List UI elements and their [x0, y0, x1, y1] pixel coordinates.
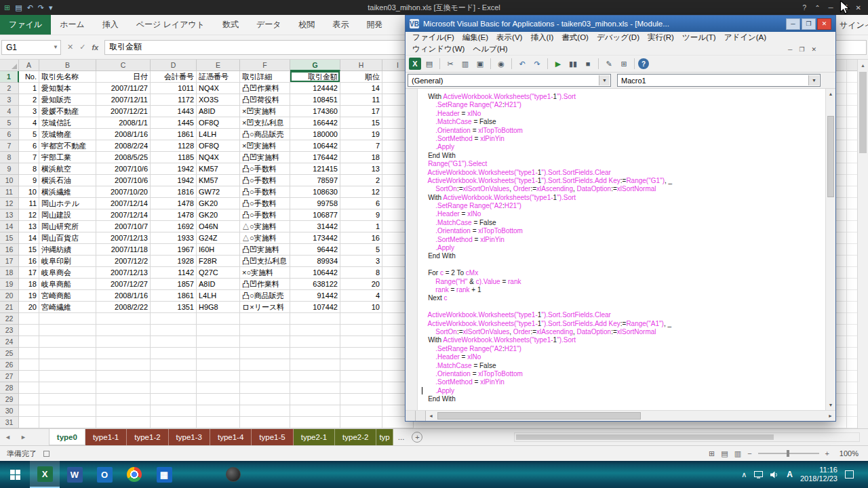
cell-F16[interactable]: 凸凹実施料	[240, 244, 290, 256]
cell-F20[interactable]: 凸○商品販売	[240, 290, 290, 302]
cell-D3[interactable]: 1172	[151, 94, 197, 106]
row-header-22[interactable]: 22	[0, 313, 19, 325]
row-header-12[interactable]: 12	[0, 198, 19, 209]
cell-H15[interactable]: 16	[340, 232, 382, 244]
taskbar-word-icon[interactable]: W	[60, 461, 90, 488]
vertical-scroll-thumb[interactable]	[859, 72, 867, 153]
cell-G21[interactable]: 107442	[290, 302, 340, 313]
row-header-15[interactable]: 15	[0, 232, 19, 244]
row-header-4[interactable]: 4	[0, 106, 19, 117]
cell-C4[interactable]: 2007/12/21	[96, 106, 151, 117]
cell-D25[interactable]	[151, 348, 197, 359]
row-header-5[interactable]: 5	[0, 117, 19, 129]
cell-G7[interactable]: 106442	[290, 140, 340, 152]
row-header-10[interactable]: 10	[0, 175, 19, 186]
cell-A7[interactable]: 6	[19, 140, 39, 152]
vbe-menu-item[interactable]: ツール(T)	[678, 33, 720, 43]
cell-H6[interactable]: 19	[340, 129, 382, 140]
cell-D28[interactable]	[151, 382, 197, 394]
cell-C10[interactable]: 2007/10/6	[96, 175, 151, 186]
cell-F27[interactable]	[240, 371, 290, 382]
vbe-menu-item[interactable]: ウィンドウ(W)	[408, 44, 469, 54]
row-header-3[interactable]: 3	[0, 94, 19, 106]
combo-dropdown-icon[interactable]: ▼	[808, 75, 819, 85]
cell-G26[interactable]	[290, 359, 340, 371]
code-window[interactable]: With ActiveWorkbook.Worksheets("type1-1"…	[406, 89, 835, 410]
cell-H26[interactable]	[340, 359, 382, 371]
cell-A12[interactable]: 11	[19, 198, 39, 209]
taskbar-browser-icon[interactable]	[218, 461, 248, 488]
row-header-6[interactable]: 6	[0, 129, 19, 140]
cell-G20[interactable]: 91442	[290, 290, 340, 302]
cell-B13[interactable]: 岡山建設	[39, 209, 96, 221]
sign-in-label[interactable]: サインイン	[840, 15, 868, 35]
cancel-entry-icon[interactable]: ✕	[67, 43, 73, 52]
module-minimize-icon[interactable]: ─	[788, 46, 792, 53]
cell-B2[interactable]: 愛知製本	[39, 83, 96, 94]
split-box[interactable]	[416, 411, 426, 421]
vbe-horizontal-scroll-thumb[interactable]	[437, 412, 641, 420]
cell-B29[interactable]	[39, 394, 96, 405]
combo-dropdown-icon[interactable]: ▼	[599, 75, 610, 85]
vertical-scrollbar[interactable]: ▲	[857, 60, 868, 428]
scroll-down-icon[interactable]: ▼	[826, 400, 835, 410]
sheet-tab-type1-5[interactable]: type1-5	[252, 429, 293, 445]
cell-E6[interactable]: L4LH	[197, 129, 240, 140]
cell-C12[interactable]: 2007/12/14	[96, 198, 151, 209]
cell-H7[interactable]: 7	[340, 140, 382, 152]
save-icon[interactable]: ▤	[422, 57, 436, 70]
row-header-26[interactable]: 26	[0, 359, 19, 371]
cell-C7[interactable]: 2008/2/24	[96, 140, 151, 152]
row-header-8[interactable]: 8	[0, 152, 19, 163]
cell-B3[interactable]: 愛知販売	[39, 94, 96, 106]
cell-H20[interactable]: 4	[340, 290, 382, 302]
cell-A18[interactable]: 17	[19, 267, 39, 279]
cell-B10[interactable]: 横浜石油	[39, 175, 96, 186]
cell-H28[interactable]	[340, 382, 382, 394]
cell-D19[interactable]: 1857	[151, 279, 197, 290]
cell-G31[interactable]	[290, 417, 340, 428]
cell-C28[interactable]	[96, 382, 151, 394]
margin-indicator-bar[interactable]	[406, 89, 418, 410]
cell-F14[interactable]: △○実施料	[240, 221, 290, 232]
cell-F26[interactable]	[240, 359, 290, 371]
cell-E5[interactable]: OF8Q	[197, 117, 240, 129]
column-header-F[interactable]: F	[240, 60, 290, 71]
reset-icon[interactable]: ■	[581, 57, 595, 70]
cell-F21[interactable]: ロ×リース料	[240, 302, 290, 313]
sheet-tab-type0[interactable]: type0	[49, 429, 85, 445]
scroll-right-icon[interactable]: ►	[825, 411, 835, 421]
paste-icon[interactable]: ▣	[473, 57, 487, 70]
name-box[interactable]: G1 ▼	[1, 40, 61, 55]
scroll-up-icon[interactable]: ▲	[858, 60, 868, 70]
cell-C18[interactable]: 2007/12/13	[96, 267, 151, 279]
cell-A22[interactable]	[19, 313, 39, 325]
tray-hidden-icons-icon[interactable]: ∧	[741, 470, 747, 479]
vbe-menu-item[interactable]: 表示(V)	[492, 33, 526, 43]
cell-C27[interactable]	[96, 371, 151, 382]
ribbon-tab-7[interactable]: 表示	[324, 15, 358, 35]
sheet-tab-type1-3[interactable]: type1-3	[169, 429, 210, 445]
tray-ime-icon[interactable]: A	[787, 470, 793, 479]
cell-E4[interactable]: A8ID	[197, 106, 240, 117]
cell-B17[interactable]: 岐阜印刷	[39, 256, 96, 267]
row-header-24[interactable]: 24	[0, 336, 19, 348]
row-header-20[interactable]: 20	[0, 290, 19, 302]
cell-A5[interactable]: 4	[19, 117, 39, 129]
cell-C8[interactable]: 2008/5/25	[96, 152, 151, 163]
normal-view-icon[interactable]: ⊞	[709, 449, 715, 458]
cell-E16[interactable]: I60H	[197, 244, 240, 256]
cell-A11[interactable]: 10	[19, 186, 39, 198]
cell-F2[interactable]: 凸凹作業料	[240, 83, 290, 94]
vbe-menu-item[interactable]: 編集(E)	[458, 33, 492, 43]
cell-A4[interactable]: 3	[19, 106, 39, 117]
taskbar-notes-icon[interactable]: ▦	[149, 461, 179, 488]
cell-H11[interactable]: 12	[340, 186, 382, 198]
cell-F1[interactable]: 取引詳細	[240, 71, 290, 83]
cell-H5[interactable]: 15	[340, 117, 382, 129]
run-icon[interactable]: ▶	[551, 57, 565, 70]
cell-G8[interactable]: 176442	[290, 152, 340, 163]
undo-icon[interactable]: ↶	[515, 57, 529, 70]
cell-F7[interactable]: ×凹実施料	[240, 140, 290, 152]
cell-C29[interactable]	[96, 394, 151, 405]
